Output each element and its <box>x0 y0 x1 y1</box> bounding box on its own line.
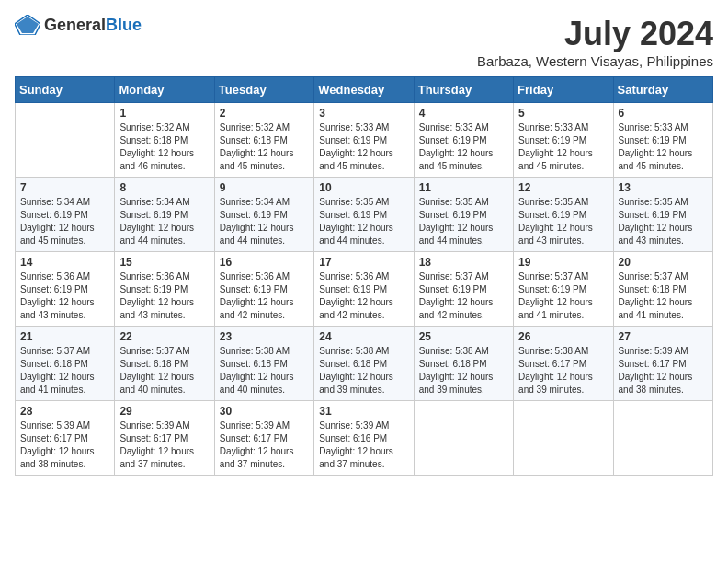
day-info: Sunrise: 5:37 AM Sunset: 6:18 PM Dayligh… <box>619 270 708 322</box>
logo-wordmark: GeneralBlue <box>44 16 142 35</box>
week-row-2: 7Sunrise: 5:34 AM Sunset: 6:19 PM Daylig… <box>16 178 713 252</box>
day-number: 1 <box>119 107 209 120</box>
day-info: Sunrise: 5:35 AM Sunset: 6:19 PM Dayligh… <box>518 196 608 247</box>
calendar-cell: 26Sunrise: 5:38 AM Sunset: 6:17 PM Dayli… <box>514 327 613 401</box>
day-info: Sunrise: 5:36 AM Sunset: 6:19 PM Dayligh… <box>220 270 309 322</box>
day-number: 23 <box>220 330 309 343</box>
day-info: Sunrise: 5:37 AM Sunset: 6:19 PM Dayligh… <box>419 270 508 322</box>
weekday-header-sunday: Sunday <box>16 77 115 103</box>
day-info: Sunrise: 5:38 AM Sunset: 6:17 PM Dayligh… <box>518 345 608 396</box>
calendar-cell: 10Sunrise: 5:35 AM Sunset: 6:19 PM Dayli… <box>314 178 414 252</box>
calendar-cell: 17Sunrise: 5:36 AM Sunset: 6:19 PM Dayli… <box>314 252 414 327</box>
day-info: Sunrise: 5:35 AM Sunset: 6:19 PM Dayligh… <box>619 196 708 247</box>
day-number: 28 <box>20 405 109 418</box>
calendar-table: SundayMondayTuesdayWednesdayThursdayFrid… <box>15 76 713 476</box>
day-info: Sunrise: 5:37 AM Sunset: 6:19 PM Dayligh… <box>518 270 608 322</box>
calendar-cell: 16Sunrise: 5:36 AM Sunset: 6:19 PM Dayli… <box>214 252 313 327</box>
day-number: 3 <box>319 107 408 120</box>
day-number: 10 <box>319 181 408 194</box>
day-number: 8 <box>119 181 209 194</box>
day-info: Sunrise: 5:34 AM Sunset: 6:19 PM Dayligh… <box>220 196 309 247</box>
calendar-cell: 3Sunrise: 5:33 AM Sunset: 6:19 PM Daylig… <box>314 103 414 178</box>
month-year-title: July 2024 <box>477 15 713 53</box>
calendar-cell: 2Sunrise: 5:32 AM Sunset: 6:18 PM Daylig… <box>214 103 313 178</box>
weekday-header-wednesday: Wednesday <box>314 77 414 103</box>
day-info: Sunrise: 5:37 AM Sunset: 6:18 PM Dayligh… <box>20 345 109 396</box>
calendar-cell: 6Sunrise: 5:33 AM Sunset: 6:19 PM Daylig… <box>613 103 712 178</box>
calendar-cell: 25Sunrise: 5:38 AM Sunset: 6:18 PM Dayli… <box>414 327 513 401</box>
day-info: Sunrise: 5:33 AM Sunset: 6:19 PM Dayligh… <box>419 121 508 173</box>
week-row-1: 1Sunrise: 5:32 AM Sunset: 6:18 PM Daylig… <box>16 103 713 178</box>
day-number: 25 <box>419 330 508 343</box>
week-row-5: 28Sunrise: 5:39 AM Sunset: 6:17 PM Dayli… <box>16 401 713 476</box>
day-number: 30 <box>220 405 309 418</box>
day-info: Sunrise: 5:38 AM Sunset: 6:18 PM Dayligh… <box>419 345 508 396</box>
calendar-cell: 8Sunrise: 5:34 AM Sunset: 6:19 PM Daylig… <box>115 178 214 252</box>
location-subtitle: Barbaza, Western Visayas, Philippines <box>477 53 713 69</box>
calendar-cell: 1Sunrise: 5:32 AM Sunset: 6:18 PM Daylig… <box>115 103 214 178</box>
day-info: Sunrise: 5:33 AM Sunset: 6:19 PM Dayligh… <box>619 121 708 173</box>
day-number: 31 <box>319 405 408 418</box>
day-number: 18 <box>419 256 508 269</box>
day-info: Sunrise: 5:36 AM Sunset: 6:19 PM Dayligh… <box>119 270 209 322</box>
day-number: 2 <box>220 107 309 120</box>
calendar-cell: 19Sunrise: 5:37 AM Sunset: 6:19 PM Dayli… <box>514 252 613 327</box>
calendar-cell <box>613 401 712 476</box>
day-info: Sunrise: 5:37 AM Sunset: 6:18 PM Dayligh… <box>119 345 209 396</box>
day-number: 15 <box>119 256 209 269</box>
day-info: Sunrise: 5:32 AM Sunset: 6:18 PM Dayligh… <box>119 121 209 173</box>
day-info: Sunrise: 5:39 AM Sunset: 6:17 PM Dayligh… <box>619 345 708 396</box>
calendar-cell: 24Sunrise: 5:38 AM Sunset: 6:18 PM Dayli… <box>314 327 414 401</box>
calendar-cell: 28Sunrise: 5:39 AM Sunset: 6:17 PM Dayli… <box>16 401 115 476</box>
day-info: Sunrise: 5:38 AM Sunset: 6:18 PM Dayligh… <box>220 345 309 396</box>
day-info: Sunrise: 5:33 AM Sunset: 6:19 PM Dayligh… <box>319 121 408 173</box>
day-number: 27 <box>619 330 708 343</box>
week-row-4: 21Sunrise: 5:37 AM Sunset: 6:18 PM Dayli… <box>16 327 713 401</box>
day-number: 22 <box>119 330 209 343</box>
calendar-cell: 12Sunrise: 5:35 AM Sunset: 6:19 PM Dayli… <box>514 178 613 252</box>
day-info: Sunrise: 5:36 AM Sunset: 6:19 PM Dayligh… <box>20 270 109 322</box>
day-info: Sunrise: 5:35 AM Sunset: 6:19 PM Dayligh… <box>419 196 508 247</box>
day-info: Sunrise: 5:39 AM Sunset: 6:17 PM Dayligh… <box>20 419 109 471</box>
day-info: Sunrise: 5:34 AM Sunset: 6:19 PM Dayligh… <box>20 196 109 247</box>
day-number: 13 <box>619 181 708 194</box>
day-number: 4 <box>419 107 508 120</box>
logo: GeneralBlue <box>15 15 142 35</box>
logo-blue: Blue <box>106 16 142 34</box>
calendar-cell: 13Sunrise: 5:35 AM Sunset: 6:19 PM Dayli… <box>613 178 712 252</box>
day-number: 6 <box>619 107 708 120</box>
weekday-header-friday: Friday <box>514 77 613 103</box>
logo-icon <box>15 15 40 35</box>
weekday-header-row: SundayMondayTuesdayWednesdayThursdayFrid… <box>16 77 713 103</box>
weekday-header-tuesday: Tuesday <box>214 77 313 103</box>
calendar-cell: 20Sunrise: 5:37 AM Sunset: 6:18 PM Dayli… <box>613 252 712 327</box>
calendar-cell: 23Sunrise: 5:38 AM Sunset: 6:18 PM Dayli… <box>214 327 313 401</box>
day-info: Sunrise: 5:32 AM Sunset: 6:18 PM Dayligh… <box>220 121 309 173</box>
day-info: Sunrise: 5:39 AM Sunset: 6:17 PM Dayligh… <box>119 419 209 471</box>
calendar-cell <box>514 401 613 476</box>
day-info: Sunrise: 5:38 AM Sunset: 6:18 PM Dayligh… <box>319 345 408 396</box>
calendar-cell: 9Sunrise: 5:34 AM Sunset: 6:19 PM Daylig… <box>214 178 313 252</box>
day-number: 24 <box>319 330 408 343</box>
calendar-cell: 11Sunrise: 5:35 AM Sunset: 6:19 PM Dayli… <box>414 178 513 252</box>
day-number: 17 <box>319 256 408 269</box>
day-info: Sunrise: 5:36 AM Sunset: 6:19 PM Dayligh… <box>319 270 408 322</box>
day-info: Sunrise: 5:35 AM Sunset: 6:19 PM Dayligh… <box>319 196 408 247</box>
week-row-3: 14Sunrise: 5:36 AM Sunset: 6:19 PM Dayli… <box>16 252 713 327</box>
calendar-cell: 14Sunrise: 5:36 AM Sunset: 6:19 PM Dayli… <box>16 252 115 327</box>
calendar-cell <box>16 103 115 178</box>
calendar-cell: 27Sunrise: 5:39 AM Sunset: 6:17 PM Dayli… <box>613 327 712 401</box>
svg-marker-0 <box>17 17 39 33</box>
calendar-cell: 22Sunrise: 5:37 AM Sunset: 6:18 PM Dayli… <box>115 327 214 401</box>
day-number: 19 <box>518 256 608 269</box>
calendar-cell: 4Sunrise: 5:33 AM Sunset: 6:19 PM Daylig… <box>414 103 513 178</box>
weekday-header-thursday: Thursday <box>414 77 513 103</box>
calendar-cell: 18Sunrise: 5:37 AM Sunset: 6:19 PM Dayli… <box>414 252 513 327</box>
calendar-cell: 31Sunrise: 5:39 AM Sunset: 6:16 PM Dayli… <box>314 401 414 476</box>
calendar-cell: 30Sunrise: 5:39 AM Sunset: 6:17 PM Dayli… <box>214 401 313 476</box>
header: GeneralBlue July 2024 Barbaza, Western V… <box>15 15 713 69</box>
day-number: 12 <box>518 181 608 194</box>
calendar-cell: 21Sunrise: 5:37 AM Sunset: 6:18 PM Dayli… <box>16 327 115 401</box>
weekday-header-saturday: Saturday <box>613 77 712 103</box>
day-number: 14 <box>20 256 109 269</box>
